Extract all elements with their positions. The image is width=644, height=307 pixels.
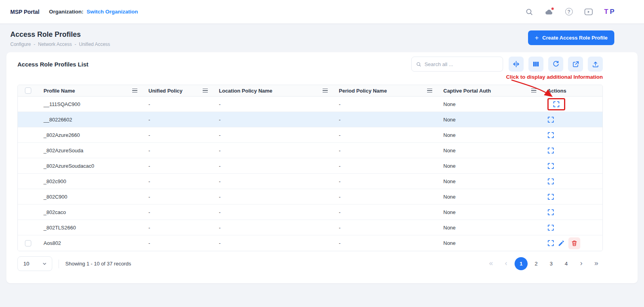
columns-button[interactable]: [528, 57, 543, 72]
select-all-checkbox[interactable]: [25, 87, 31, 94]
refresh-button[interactable]: [548, 57, 563, 72]
expand-row-button[interactable]: [547, 209, 554, 216]
captive-portal-auth-cell: None: [438, 235, 542, 251]
column-label: Actions: [547, 88, 566, 94]
last-page-button[interactable]: »: [590, 257, 603, 270]
row-checkbox[interactable]: [25, 240, 31, 246]
profile-name-cell: _802AzureSoudacac0: [38, 158, 143, 174]
expand-icon: [547, 193, 554, 200]
page-button-1[interactable]: 1: [515, 257, 528, 270]
avatar[interactable]: T P: [604, 8, 614, 16]
page-title: Access Role Profiles: [10, 30, 110, 39]
search-input[interactable]: [424, 61, 498, 67]
export-button[interactable]: [568, 57, 583, 72]
expand-row-button[interactable]: [547, 240, 554, 246]
captive-portal-auth-cell: None: [438, 174, 542, 189]
captive-portal-auth-cell: None: [438, 158, 542, 174]
table-row[interactable]: _802Azure2660---None: [18, 127, 603, 143]
expand-row-button[interactable]: [547, 163, 554, 169]
pagination: « ‹ 1 2 3 4 › »: [484, 257, 603, 270]
expand-row-button[interactable]: [547, 178, 554, 185]
expand-row-button[interactable]: [547, 116, 554, 123]
location-policy-cell: -: [213, 205, 333, 220]
column-header-unified-policy[interactable]: Unified Policy: [143, 85, 213, 97]
column-menu-icon[interactable]: [427, 89, 432, 93]
create-access-role-profile-button[interactable]: + Create Access Role Profile: [528, 30, 614, 45]
column-header-location-policy-name[interactable]: Location Policy Name: [213, 85, 333, 97]
expand-columns-button[interactable]: [509, 57, 524, 72]
expand-row-button[interactable]: [547, 132, 554, 138]
search-icon[interactable]: [525, 8, 534, 16]
table-row[interactable]: Aos802---None: [18, 235, 603, 251]
table-row[interactable]: __111SQAC900---None: [18, 97, 603, 112]
organization-label: Organization:: [49, 9, 84, 15]
delete-row-button[interactable]: [568, 237, 580, 249]
upload-button[interactable]: [588, 57, 603, 72]
table-row[interactable]: _802C900---None: [18, 189, 603, 205]
expand-icon: [547, 132, 554, 138]
row-checkbox-cell: [18, 174, 38, 189]
page-size-select[interactable]: 10: [17, 256, 52, 271]
expand-row-button[interactable]: [547, 224, 554, 231]
table-row[interactable]: _802AzureSoudacac0---None: [18, 158, 603, 174]
profile-name-cell: Aos802: [38, 235, 143, 251]
column-header-period-policy-name[interactable]: Period Policy Name: [333, 85, 438, 97]
table-row[interactable]: _802AzureSouda---None: [18, 143, 603, 158]
actions-cell: [542, 112, 603, 127]
next-page-button[interactable]: ›: [575, 257, 588, 270]
first-page-button[interactable]: «: [484, 257, 498, 270]
column-header-actions: Actions: [542, 85, 603, 97]
row-checkbox-cell: [18, 143, 38, 158]
page-button-2[interactable]: 2: [530, 257, 543, 270]
table-row[interactable]: __80226602---None: [18, 112, 603, 127]
unified-policy-cell: -: [143, 143, 213, 158]
switch-organization-link[interactable]: Switch Organization: [87, 9, 138, 15]
avatar-initial-2: P: [610, 8, 614, 16]
breadcrumb-item[interactable]: Configure: [10, 42, 31, 47]
column-menu-icon[interactable]: [531, 89, 536, 93]
column-menu-icon[interactable]: [203, 89, 208, 93]
expand-row-button[interactable]: [553, 101, 560, 108]
location-policy-cell: -: [213, 235, 333, 251]
column-menu-icon[interactable]: [132, 89, 137, 93]
help-icon[interactable]: ?: [564, 8, 573, 16]
captive-portal-auth-cell: None: [438, 97, 542, 112]
location-policy-cell: -: [213, 174, 333, 189]
page-button-3[interactable]: 3: [545, 257, 558, 270]
breadcrumb-item[interactable]: Network Access: [38, 42, 72, 47]
table-row[interactable]: _802TLS2660---None: [18, 220, 603, 235]
profiles-table: Profile Name Unified Policy Location Pol…: [17, 85, 603, 251]
cloud-notifications-icon[interactable]: [545, 8, 553, 16]
captive-portal-auth-cell: None: [438, 143, 542, 158]
unified-policy-cell: -: [143, 97, 213, 112]
period-policy-cell: -: [333, 127, 438, 143]
actions-cell: [542, 143, 603, 158]
actions-cell: [542, 158, 603, 174]
table-controls: [411, 57, 603, 72]
column-header-captive-portal-auth[interactable]: Captive Portal Auth: [438, 85, 542, 97]
profile-name-cell: _802caco: [38, 205, 143, 220]
period-policy-cell: -: [333, 220, 438, 235]
edit-pencil-icon: [558, 240, 565, 247]
unified-policy-cell: -: [143, 189, 213, 205]
panel-title: Access Role Profiles List: [17, 61, 88, 68]
table-row[interactable]: _802caco---None: [18, 205, 603, 220]
page-size-value: 10: [23, 261, 29, 267]
page-button-4[interactable]: 4: [560, 257, 573, 270]
expand-row-button[interactable]: [547, 147, 554, 154]
column-header-profile-name[interactable]: Profile Name: [38, 85, 143, 97]
expand-row-button[interactable]: [547, 193, 554, 200]
column-label: Unified Policy: [148, 88, 182, 94]
table-row[interactable]: _802c900---None: [18, 174, 603, 189]
breadcrumb-item[interactable]: Unified Access: [79, 42, 110, 47]
column-label: Location Policy Name: [219, 88, 272, 94]
actions-cell: [542, 189, 603, 205]
brand: MSP Portal: [10, 9, 40, 15]
previous-page-button[interactable]: ‹: [500, 257, 513, 270]
expand-icon: [547, 224, 554, 231]
profile-name-cell: __80226602: [38, 112, 143, 127]
edit-row-button[interactable]: [558, 240, 565, 247]
tutorial-play-icon[interactable]: [584, 8, 593, 16]
column-menu-icon[interactable]: [323, 89, 328, 93]
captive-portal-auth-cell: None: [438, 112, 542, 127]
